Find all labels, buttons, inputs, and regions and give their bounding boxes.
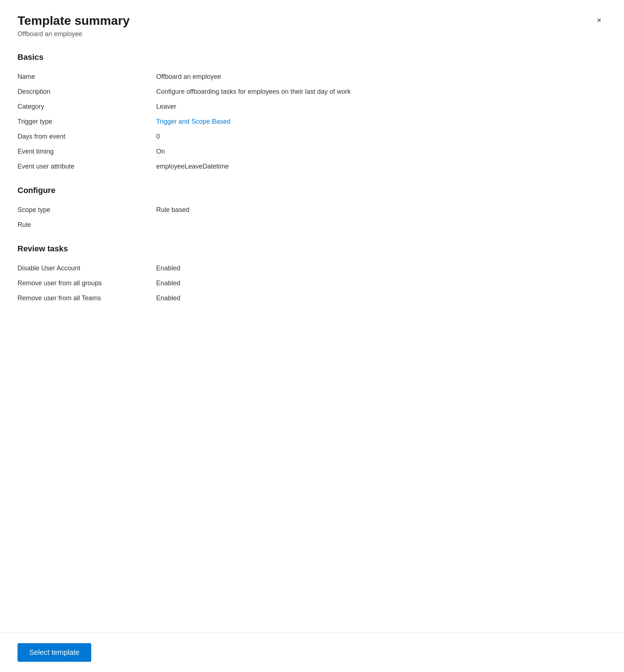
field-row-event-timing: Event timing On (18, 144, 606, 159)
close-button[interactable]: × (592, 13, 606, 28)
close-icon: × (597, 16, 602, 25)
panel-subtitle: Offboard an employee (18, 30, 606, 38)
field-row-name: Name Offboard an employee (18, 69, 606, 84)
field-label-remove-from-teams: Remove user from all Teams (18, 294, 156, 302)
field-label-category: Category (18, 103, 156, 111)
basics-section: Basics Name Offboard an employee Descrip… (18, 53, 606, 174)
field-row-description: Description Configure offboarding tasks … (18, 84, 606, 99)
field-label-rule: Rule (18, 221, 156, 229)
field-row-scope-type: Scope type Rule based (18, 202, 606, 217)
field-value-event-timing: On (156, 148, 165, 155)
configure-section: Configure Scope type Rule based Rule (18, 186, 606, 232)
field-label-days-from-event: Days from event (18, 133, 156, 140)
field-value-disable-user-account: Enabled (156, 264, 180, 272)
field-value-scope-type: Rule based (156, 206, 189, 214)
field-value-category: Leaver (156, 103, 176, 111)
field-row-disable-user-account: Disable User Account Enabled (18, 261, 606, 276)
field-label-remove-from-groups: Remove user from all groups (18, 279, 156, 287)
field-value-description: Configure offboarding tasks for employee… (156, 88, 351, 96)
field-row-event-user-attribute: Event user attribute employeeLeaveDateti… (18, 159, 606, 174)
review-tasks-section: Review tasks Disable User Account Enable… (18, 244, 606, 306)
panel-content: Basics Name Offboard an employee Descrip… (0, 38, 624, 672)
field-value-remove-from-teams: Enabled (156, 294, 180, 302)
field-row-remove-from-groups: Remove user from all groups Enabled (18, 276, 606, 291)
panel-footer: Select template (0, 633, 624, 672)
template-summary-panel: Template summary Offboard an employee × … (0, 0, 624, 672)
field-row-category: Category Leaver (18, 99, 606, 114)
select-template-button[interactable]: Select template (18, 643, 91, 662)
field-value-event-user-attribute: employeeLeaveDatetime (156, 163, 229, 170)
field-label-name: Name (18, 73, 156, 81)
field-label-event-timing: Event timing (18, 148, 156, 155)
field-value-trigger-type[interactable]: Trigger and Scope Based (156, 118, 230, 125)
panel-title: Template summary (18, 13, 606, 28)
field-label-scope-type: Scope type (18, 206, 156, 214)
field-row-rule: Rule (18, 217, 606, 232)
field-row-days-from-event: Days from event 0 (18, 129, 606, 144)
field-label-trigger-type: Trigger type (18, 118, 156, 125)
remove-from-groups-link[interactable]: Remove user from all groups (18, 279, 102, 287)
review-tasks-heading: Review tasks (18, 244, 606, 254)
basics-heading: Basics (18, 53, 606, 62)
panel-header: Template summary Offboard an employee × (0, 0, 624, 38)
remove-from-teams-link[interactable]: Remove user from all Teams (18, 294, 101, 302)
field-row-remove-from-teams: Remove user from all Teams Enabled (18, 291, 606, 306)
field-label-event-user-attribute: Event user attribute (18, 163, 156, 170)
disable-user-account-link[interactable]: Disable User Account (18, 264, 80, 272)
configure-heading: Configure (18, 186, 606, 195)
field-value-name: Offboard an employee (156, 73, 221, 81)
field-row-trigger-type: Trigger type Trigger and Scope Based (18, 114, 606, 129)
field-value-days-from-event: 0 (156, 133, 160, 140)
field-value-remove-from-groups: Enabled (156, 279, 180, 287)
field-label-disable-user-account: Disable User Account (18, 264, 156, 272)
field-label-description: Description (18, 88, 156, 96)
